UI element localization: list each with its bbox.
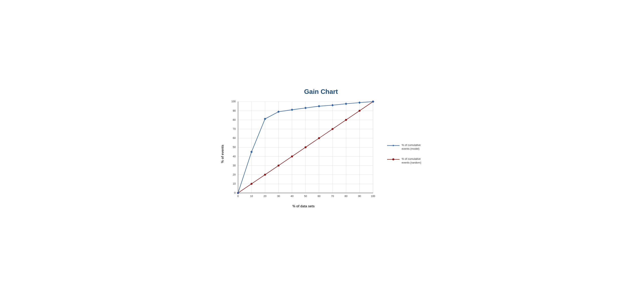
svg-text:10: 10 (250, 194, 253, 198)
y-axis-label: % of events (221, 145, 224, 163)
svg-point-50 (318, 137, 320, 139)
legend: % of cumulative events (model) % of cumu… (387, 143, 421, 164)
chart-area-wrapper: 0 10 20 30 40 50 60 70 80 90 100 0 10 20… (226, 100, 381, 208)
svg-point-47 (278, 164, 280, 166)
svg-point-48 (291, 156, 293, 158)
legend-text-random: % of cumulative events (random) (402, 157, 421, 164)
svg-text:20: 20 (264, 194, 266, 198)
svg-text:40: 40 (233, 155, 236, 158)
svg-text:100: 100 (231, 100, 236, 103)
svg-marker-67 (392, 145, 394, 146)
chart-body: % of events (221, 100, 421, 208)
svg-text:20: 20 (233, 173, 236, 176)
x-axis-label: % of data sets (226, 204, 381, 208)
svg-text:80: 80 (233, 118, 236, 121)
svg-text:100: 100 (371, 194, 375, 198)
svg-text:40: 40 (290, 194, 294, 198)
svg-point-49 (304, 146, 306, 148)
chart-svg: 0 10 20 30 40 50 60 70 80 90 100 0 10 20… (226, 100, 381, 203)
svg-text:60: 60 (318, 194, 320, 198)
svg-point-51 (332, 128, 334, 130)
svg-text:70: 70 (233, 128, 236, 130)
svg-text:50: 50 (304, 194, 307, 198)
legend-item-random: % of cumulative events (random) (387, 157, 421, 164)
svg-text:50: 50 (233, 146, 236, 148)
chart-container: Gain Chart % of events (219, 84, 425, 212)
svg-text:30: 30 (277, 194, 280, 198)
svg-text:30: 30 (233, 164, 236, 167)
legend-item-model: % of cumulative events (model) (387, 143, 421, 151)
svg-point-52 (345, 119, 347, 121)
svg-text:0: 0 (237, 194, 239, 198)
svg-text:90: 90 (358, 194, 361, 198)
svg-text:60: 60 (233, 137, 236, 140)
legend-line-model (387, 144, 400, 147)
legend-text-model: % of cumulative events (model) (402, 143, 420, 151)
svg-point-45 (250, 183, 252, 185)
svg-text:90: 90 (233, 109, 236, 112)
legend-line-random (387, 158, 400, 161)
svg-point-69 (392, 158, 394, 160)
svg-point-53 (358, 110, 361, 112)
svg-text:70: 70 (331, 194, 334, 198)
svg-text:0: 0 (234, 192, 236, 194)
chart-title: Gain Chart (221, 88, 421, 96)
svg-point-46 (264, 174, 266, 176)
svg-text:80: 80 (344, 194, 348, 198)
svg-text:10: 10 (233, 182, 236, 185)
